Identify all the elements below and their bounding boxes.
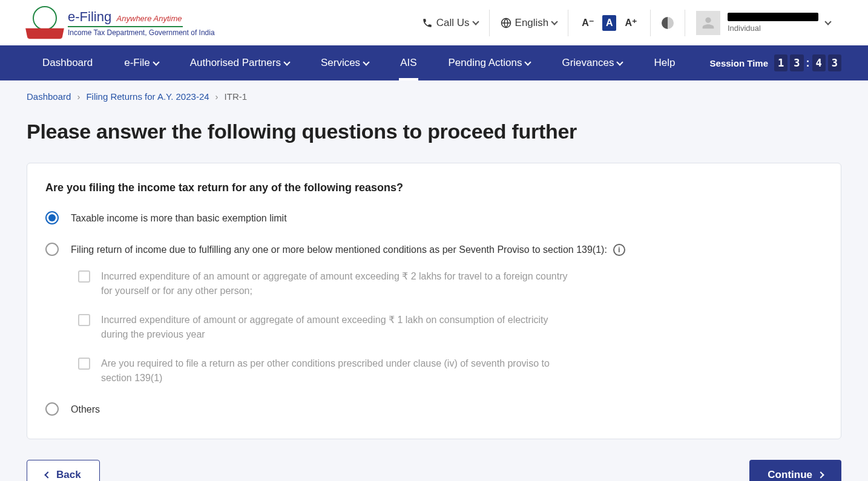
gov-emblem-icon [27,6,63,39]
crumb-filing-returns[interactable]: Filing Returns for A.Y. 2023-24 [86,91,209,102]
user-menu[interactable]: Individual [685,11,841,35]
contrast-icon [662,17,674,29]
digit: 3 [790,54,803,71]
nav-label: Help [654,57,675,69]
main-navbar: Dashboard e-File Authorised Partners Ser… [0,45,868,80]
crumb-current: ITR-1 [225,91,248,102]
nav-label: Pending Actions [449,57,522,69]
nav-help[interactable]: Help [638,45,691,80]
call-us-label: Call Us [436,17,470,29]
info-icon[interactable]: i [613,244,625,256]
nav-services[interactable]: Services [305,45,384,80]
person-icon [700,15,717,31]
sub-checkbox-group: Incurred expenditure of an amount or agg… [78,269,823,385]
chevron-down-icon [283,59,290,65]
nav-label: Grievances [562,57,614,69]
back-label: Back [56,469,81,481]
user-type: Individual [728,24,818,33]
logo-area: e-Filing Anywhere Anytime Income Tax Dep… [27,6,215,39]
checkbox-label: Incurred expenditure of an amount or agg… [101,269,573,298]
radio-label: Taxable income is more than basic exempt… [71,211,287,226]
checkbox-input[interactable] [78,314,90,326]
digit: 3 [828,54,841,71]
crumb-dashboard[interactable]: Dashboard [27,91,71,102]
nav-ais[interactable]: AIS [384,45,432,80]
nav-label: Services [321,57,360,69]
chevron-down-icon [525,59,531,65]
radio-option-seventh-proviso[interactable]: Filing return of income due to fulfillin… [45,243,823,257]
radio-input[interactable] [45,402,59,416]
page-title: Please answer the following questions to… [27,120,841,143]
language-dropdown[interactable]: English [490,10,568,36]
chevron-right-icon [817,471,824,478]
user-name-redacted [728,13,818,21]
checkbox-other-conditions[interactable]: Are you required to file a return as per… [78,356,823,385]
checkbox-foreign-travel[interactable]: Incurred expenditure of an amount or agg… [78,269,823,298]
digit: 1 [774,54,787,71]
nav-authorised-partners[interactable]: Authorised Partners [174,45,305,80]
chevron-left-icon [44,471,51,478]
nav-label: AIS [400,57,416,69]
action-bar: Back Continue [27,460,841,481]
checkbox-input[interactable] [78,270,90,283]
nav-dashboard[interactable]: Dashboard [27,45,108,80]
checkbox-label: Are you required to file a return as per… [101,356,573,385]
call-us-dropdown[interactable]: Call Us [411,10,489,36]
chevron-down-icon [824,18,831,25]
globe-icon [501,18,511,28]
session-label: Session Time [710,58,768,68]
efiling-title: e-Filing [68,9,111,25]
radio-option-taxable-income[interactable]: Taxable income is more than basic exempt… [45,211,823,226]
checkbox-electricity[interactable]: Incurred expenditure of amount or aggreg… [78,313,823,342]
nav-label: Authorised Partners [190,57,281,69]
user-info: Individual [728,13,818,33]
question-card: Are you filing the income tax return for… [27,163,841,439]
chevron-right-icon: › [215,91,219,102]
radio-label: Others [71,402,100,417]
nav-pending-actions[interactable]: Pending Actions [433,45,547,80]
chevron-down-icon [363,59,369,65]
nav-efile[interactable]: e-File [108,45,174,80]
nav-grievances[interactable]: Grievances [546,45,638,80]
continue-button[interactable]: Continue [749,460,841,481]
contrast-toggle[interactable] [651,17,685,29]
chevron-down-icon [153,59,159,65]
chevron-down-icon [472,18,479,25]
radio-input[interactable] [45,243,59,256]
efiling-tagline: Anywhere Anytime [117,14,182,23]
nav-label: Dashboard [42,57,93,69]
question-title: Are you filing the income tax return for… [45,182,823,194]
top-header: e-Filing Anywhere Anytime Income Tax Dep… [0,0,868,45]
font-decrease-button[interactable]: A⁻ [579,16,596,30]
colon: : [806,57,810,70]
main-content: Please answer the following questions to… [0,120,868,481]
chevron-down-icon [617,59,623,65]
digit: 4 [812,54,826,71]
radio-input[interactable] [45,211,59,224]
radio-option-others[interactable]: Others [45,402,823,417]
avatar [696,11,720,35]
font-increase-button[interactable]: A⁺ [622,16,639,30]
breadcrumb: Dashboard › Filing Returns for A.Y. 2023… [0,80,868,113]
time-digits: 1 3 : 4 3 [774,54,841,71]
font-normal-button[interactable]: A [602,15,617,31]
logo-text: e-Filing Anywhere Anytime Income Tax Dep… [68,9,215,37]
radio-label-text: Filing return of income due to fulfillin… [71,243,607,257]
phone-icon [422,18,433,28]
checkbox-label: Incurred expenditure of amount or aggreg… [101,313,573,342]
session-timer: Session Time 1 3 : 4 3 [710,54,841,71]
nav-label: e-File [124,57,150,69]
back-button[interactable]: Back [27,460,100,481]
chevron-down-icon [551,18,558,25]
efiling-subtitle: Income Tax Department, Government of Ind… [68,28,215,37]
radio-label: Filing return of income due to fulfillin… [71,243,625,257]
radio-dot [48,214,56,221]
font-size-controls: A⁻ A A⁺ [568,15,650,31]
chevron-right-icon: › [77,91,80,102]
continue-label: Continue [768,469,812,481]
header-right: Call Us English A⁻ A A⁺ Individual [411,10,841,36]
language-label: English [515,17,549,29]
checkbox-input[interactable] [78,358,90,370]
